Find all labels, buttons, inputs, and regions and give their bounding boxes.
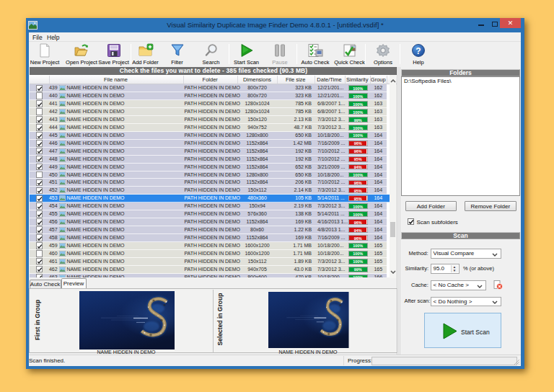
svg-text:?: ?	[416, 46, 421, 56]
